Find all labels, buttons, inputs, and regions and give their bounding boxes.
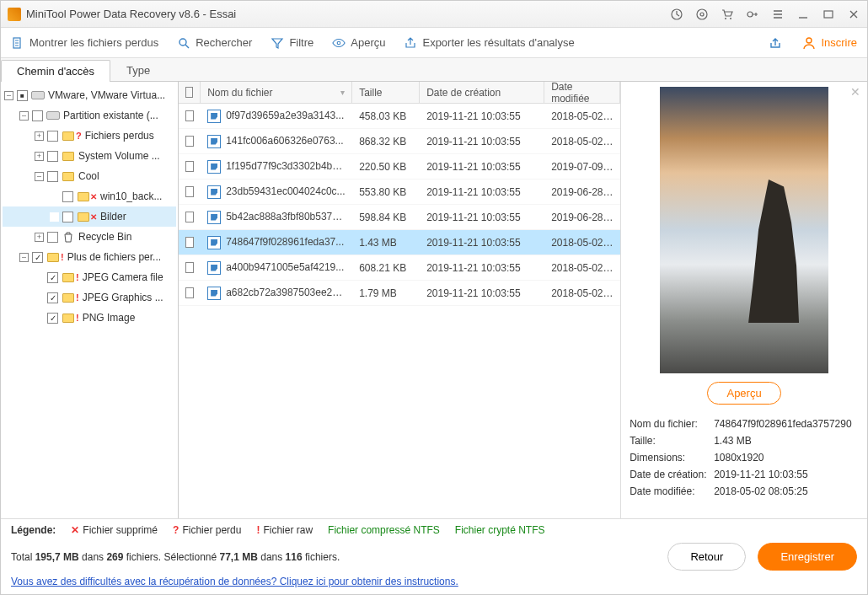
close-preview-icon[interactable]: ✕ [850, 85, 860, 99]
row-checkbox[interactable] [185, 110, 194, 121]
tree-node[interactable]: +Recycle Bin [3, 227, 176, 247]
search-button[interactable]: Rechercher [177, 36, 252, 50]
tree-node[interactable]: –VMware, VMware Virtua... [3, 85, 176, 105]
support-icon[interactable] [695, 8, 709, 21]
file-row[interactable]: 23db59431ec004024c0c...553.80 KB2019-11-… [179, 180, 620, 205]
header-name[interactable]: Nom du fichier▾ [201, 82, 352, 103]
tree-node[interactable]: +?Fichiers perdus [3, 126, 176, 146]
tree-node[interactable]: +System Volume ... [3, 146, 176, 166]
folder-icon [62, 312, 75, 324]
tree-node[interactable]: !PNG Image [3, 308, 176, 328]
file-row[interactable]: 748647f9f028961feda37...1.43 MB2019-11-2… [179, 230, 620, 255]
tree-badge-icon: ! [76, 292, 79, 303]
close-button[interactable] [847, 8, 860, 21]
row-checkbox[interactable] [185, 237, 194, 248]
tab-path[interactable]: Chemin d'accès [1, 60, 110, 82]
tree-checkbox[interactable] [17, 90, 28, 101]
tree-checkbox[interactable] [62, 212, 73, 222]
svg-point-8 [179, 39, 186, 46]
tree-toggle-icon[interactable]: – [19, 111, 29, 121]
tree-node[interactable]: ✕Bilder [3, 206, 176, 227]
file-row[interactable]: a400b9471005e5af4219...608.21 KB2019-11-… [179, 255, 620, 281]
legend-raw: Fichier raw [263, 524, 313, 536]
show-lost-files-button[interactable]: Montrer les fichiers perdus [11, 36, 158, 50]
tree-toggle-icon[interactable]: – [35, 172, 44, 181]
minimize-button[interactable] [796, 8, 810, 21]
subscribe-label: Inscrire [821, 36, 857, 49]
status-bar: Total 195,7 MB dans 269 fichiers. Sélect… [1, 538, 867, 576]
tree-checkbox[interactable] [32, 110, 43, 121]
file-type-icon [207, 135, 221, 148]
file-name: a682cb72a3987503ee22... [226, 287, 346, 298]
tree-toggle-icon[interactable]: – [4, 91, 13, 100]
legend-deleted: Fichier supprimé [83, 524, 158, 536]
tree-checkbox[interactable] [47, 313, 58, 324]
maximize-button[interactable] [822, 8, 835, 21]
tree-checkbox[interactable] [47, 232, 58, 243]
file-created: 2019-11-21 10:03:55 [420, 287, 544, 299]
tree-badge-icon: ! [76, 272, 79, 282]
preview-toggle-button[interactable]: Aperçu [332, 36, 385, 50]
folder-icon [46, 251, 60, 263]
tree-toggle-icon[interactable]: + [35, 233, 44, 242]
menu-icon[interactable] [771, 8, 785, 21]
tree-node-label: Partition existante (... [63, 110, 158, 121]
tree-checkbox[interactable] [47, 292, 58, 303]
row-checkbox[interactable] [185, 287, 194, 298]
tree-node-label: PNG Image [83, 312, 136, 324]
row-checkbox[interactable] [185, 212, 194, 222]
file-row[interactable]: 141fc006a606326e0763...868.32 KB2019-11-… [179, 129, 620, 154]
header-modified[interactable]: Date modifiée [544, 82, 620, 103]
subscribe-button[interactable]: Inscrire [802, 36, 857, 50]
tree-checkbox[interactable] [47, 272, 58, 283]
tree-node[interactable]: –Cool [3, 166, 176, 186]
share-icon[interactable] [769, 36, 784, 50]
file-name: a400b9471005e5af4219... [226, 261, 344, 273]
lost-mark-icon: ? [173, 524, 179, 536]
help-link[interactable]: Vous avez des difficultés avec la récupé… [11, 576, 458, 587]
filter-button[interactable]: Filtre [271, 36, 313, 50]
tree-toggle-icon[interactable]: + [35, 131, 44, 141]
folder-tree[interactable]: –VMware, VMware Virtua...–Partition exis… [1, 82, 179, 518]
tree-checkbox[interactable] [62, 191, 73, 202]
cart-icon[interactable] [721, 8, 734, 21]
header-checkbox[interactable] [179, 82, 201, 103]
row-checkbox[interactable] [185, 186, 194, 197]
tab-type[interactable]: Type [110, 59, 166, 81]
file-type-icon [207, 211, 221, 224]
tree-checkbox[interactable] [32, 252, 43, 263]
header-size[interactable]: Taille [352, 82, 420, 103]
file-row[interactable]: 0f97d39659a2e39a3143...458.03 KB2019-11-… [179, 104, 620, 129]
meta-created-value: 2019-11-21 10:03:55 [714, 469, 859, 480]
file-name: 1f195d77f9c3d3302b4b9... [226, 160, 346, 172]
tree-node[interactable]: !JPEG Graphics ... [3, 287, 176, 308]
back-button[interactable]: Retour [667, 543, 746, 571]
export-results-button[interactable]: Exporter les résultats d'analyse [404, 36, 574, 50]
preview-button[interactable]: Aperçu [707, 382, 780, 405]
svg-point-4 [730, 18, 731, 19]
history-icon[interactable] [670, 8, 683, 21]
tree-toggle-icon[interactable]: + [35, 152, 44, 161]
file-row[interactable]: 5b42ac888a3fbf80b537e...598.84 KB2019-11… [179, 205, 620, 230]
tree-checkbox[interactable] [47, 151, 58, 162]
save-button[interactable]: Enregistrer [758, 543, 857, 571]
deleted-mark-icon: ✕ [71, 524, 79, 536]
tree-node[interactable]: !JPEG Camera file [3, 267, 176, 287]
tree-node-label: Bilder [100, 211, 126, 222]
row-checkbox[interactable] [185, 136, 194, 147]
tree-node-label: Recycle Bin [78, 231, 131, 243]
tree-node[interactable]: ✕win10_back... [3, 186, 176, 206]
tree-checkbox[interactable] [47, 131, 58, 142]
tree-node[interactable]: –Partition existante (... [3, 105, 176, 126]
header-created[interactable]: Date de création [420, 82, 544, 103]
row-checkbox[interactable] [185, 262, 194, 273]
key-icon[interactable] [746, 8, 759, 21]
svg-point-9 [337, 41, 340, 45]
tree-node[interactable]: –!Plus de fichiers per... [3, 247, 176, 267]
tree-checkbox[interactable] [47, 171, 58, 182]
file-row[interactable]: 1f195d77f9c3d3302b4b9...220.50 KB2019-11… [179, 154, 620, 180]
row-checkbox[interactable] [185, 161, 194, 172]
file-row[interactable]: a682cb72a3987503ee22...1.79 MB2019-11-21… [179, 281, 620, 306]
tree-toggle-icon[interactable]: – [19, 253, 29, 262]
preview-panel: ✕ Aperçu Nom du fichier:748647f9f028961f… [620, 82, 867, 518]
